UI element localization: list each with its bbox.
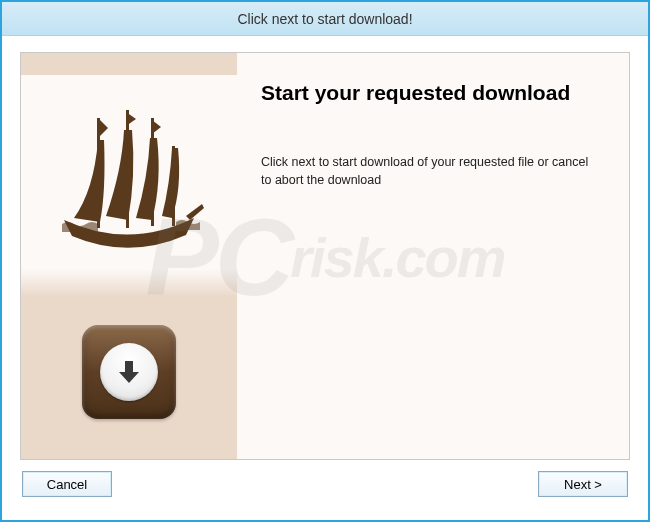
cancel-button[interactable]: Cancel (22, 471, 112, 497)
content-panel: Start your requested download Click next… (20, 52, 630, 460)
download-arrow-icon (114, 357, 144, 387)
pirate-ship-icon (44, 100, 214, 270)
sidebar-graphic (21, 53, 237, 459)
window-title: Click next to start download! (237, 11, 412, 27)
page-heading: Start your requested download (261, 81, 601, 105)
svg-rect-1 (126, 110, 129, 228)
svg-rect-2 (151, 118, 154, 226)
svg-rect-3 (172, 146, 175, 226)
instruction-text: Click next to start download of your req… (261, 153, 601, 189)
client-area: Start your requested download Click next… (2, 36, 648, 520)
next-button[interactable]: Next > (538, 471, 628, 497)
download-tile (82, 325, 176, 419)
download-circle (100, 343, 158, 401)
button-bar: Cancel Next > (20, 460, 630, 508)
window-titlebar: Click next to start download! (2, 2, 648, 36)
ship-illustration-area (21, 75, 237, 295)
main-content: Start your requested download Click next… (237, 53, 629, 459)
svg-rect-0 (97, 118, 100, 228)
installer-window: Click next to start download! (0, 0, 650, 522)
